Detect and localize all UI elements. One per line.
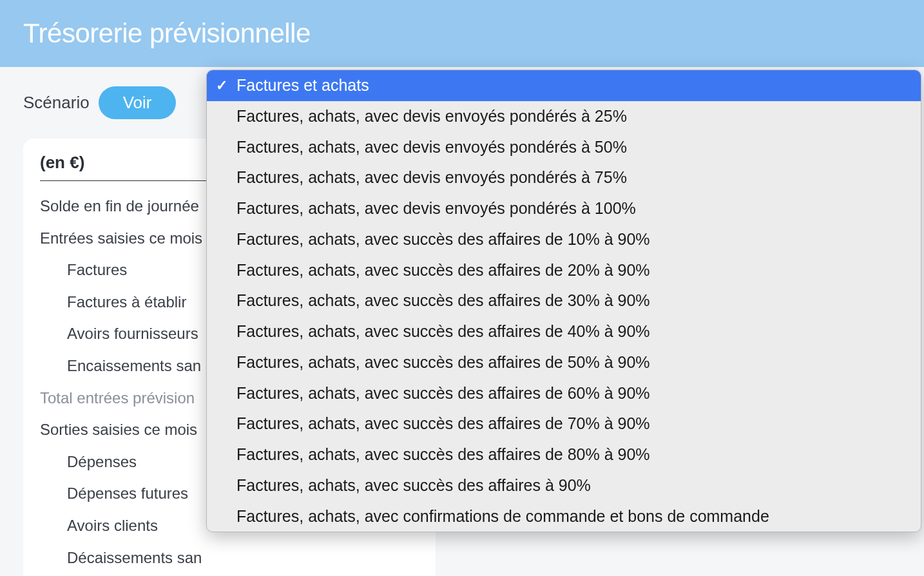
dropdown-option[interactable]: Factures, achats, avec succès des affair…: [207, 316, 921, 347]
dropdown-option[interactable]: Factures, achats, avec devis envoyés pon…: [207, 193, 921, 224]
scenario-dropdown[interactable]: ✓Factures et achatsFactures, achats, ave…: [206, 70, 921, 532]
dropdown-option-label: Factures, achats, avec devis envoyés pon…: [236, 106, 627, 128]
table-row: Total sorties prévisionn: [40, 573, 419, 576]
dropdown-option[interactable]: Factures, achats, avec succès des affair…: [207, 255, 921, 286]
dropdown-option-label: Factures, achats, avec succès des affair…: [236, 229, 650, 251]
dropdown-option[interactable]: Factures, achats, avec succès des affair…: [207, 378, 921, 409]
dropdown-option[interactable]: Factures, achats, avec devis envoyés pon…: [207, 101, 921, 132]
scenario-label: Scénario: [23, 93, 90, 113]
dropdown-option-label: Factures, achats, avec succès des affair…: [236, 352, 650, 374]
dropdown-option-label: Factures, achats, avec devis envoyés pon…: [236, 137, 627, 158]
dropdown-option-label: Factures, achats, avec succès des affair…: [236, 413, 650, 435]
dropdown-option[interactable]: Factures, achats, avec succès des affair…: [207, 224, 921, 255]
dropdown-option[interactable]: Factures, achats, avec succès des affair…: [207, 408, 921, 439]
page-title: Trésorerie prévisionnelle: [23, 18, 901, 49]
dropdown-option[interactable]: ✓Factures et achats: [207, 70, 921, 101]
dropdown-option-label: Factures, achats, avec succès des affair…: [236, 383, 650, 405]
dropdown-option-label: Factures, achats, avec succès des affair…: [236, 321, 650, 343]
table-row: Décaissements san: [40, 542, 419, 574]
dropdown-option[interactable]: Factures, achats, avec succès des affair…: [207, 470, 921, 501]
dropdown-option[interactable]: Factures, achats, avec devis envoyés pon…: [207, 132, 921, 163]
dropdown-option[interactable]: Factures, achats, avec devis envoyés pon…: [207, 162, 921, 193]
dropdown-option-label: Factures, achats, avec succès des affair…: [236, 260, 650, 282]
page-header: Trésorerie prévisionnelle: [0, 0, 924, 67]
dropdown-option-label: Factures, achats, avec succès des affair…: [236, 475, 591, 497]
dropdown-option-label: Factures, achats, avec devis envoyés pon…: [236, 198, 636, 220]
dropdown-option-label: Factures, achats, avec succès des affair…: [236, 444, 650, 466]
dropdown-option[interactable]: Factures, achats, avec succès des affair…: [207, 347, 921, 378]
content-area: Scénario Voir (en €) Solde en fin de jou…: [0, 67, 924, 576]
dropdown-option-label: Factures, achats, avec succès des affair…: [236, 290, 650, 312]
dropdown-option-label: Factures, achats, avec devis envoyés pon…: [236, 167, 627, 189]
voir-button[interactable]: Voir: [99, 86, 177, 119]
dropdown-option-label: Factures, achats, avec confirmations de …: [236, 506, 769, 528]
dropdown-option[interactable]: Factures, achats, avec succès des affair…: [207, 285, 921, 316]
dropdown-option[interactable]: Factures, achats, avec confirmations de …: [207, 501, 921, 532]
dropdown-option[interactable]: Factures, achats, avec succès des affair…: [207, 439, 921, 470]
check-icon: ✓: [216, 76, 227, 95]
dropdown-option-label: Factures et achats: [236, 75, 369, 97]
